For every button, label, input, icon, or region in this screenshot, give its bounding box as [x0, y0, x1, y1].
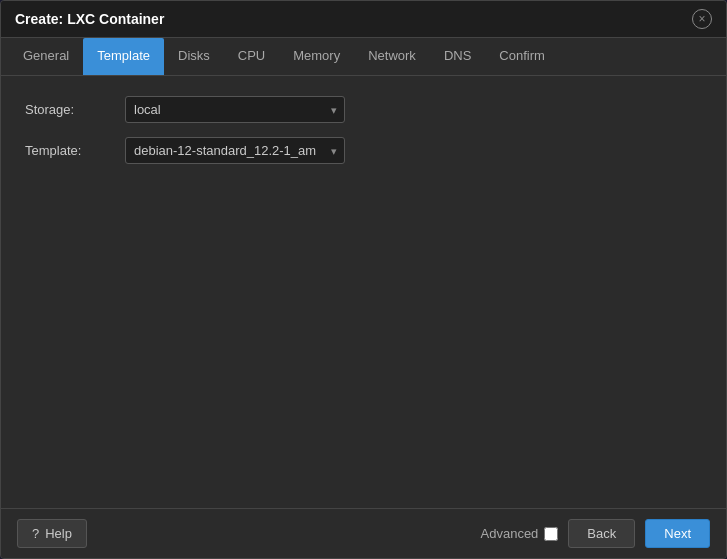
tab-cpu[interactable]: CPU — [224, 38, 279, 75]
storage-row: Storage: local — [25, 96, 702, 123]
template-label: Template: — [25, 143, 125, 158]
template-select[interactable]: debian-12-standard_12.2-1_amd6 — [125, 137, 345, 164]
dialog-header: Create: LXC Container × — [1, 1, 726, 38]
advanced-text: Advanced — [481, 526, 539, 541]
dialog-title: Create: LXC Container — [15, 11, 164, 27]
advanced-label: Advanced — [481, 526, 559, 541]
help-icon: ? — [32, 526, 39, 541]
storage-select[interactable]: local — [125, 96, 345, 123]
help-button[interactable]: ? Help — [17, 519, 87, 548]
back-button[interactable]: Back — [568, 519, 635, 548]
storage-select-wrapper: local — [125, 96, 345, 123]
close-button[interactable]: × — [692, 9, 712, 29]
next-button[interactable]: Next — [645, 519, 710, 548]
dialog-footer: ? Help Advanced Back Next — [1, 508, 726, 558]
tab-template[interactable]: Template — [83, 38, 164, 75]
tab-memory[interactable]: Memory — [279, 38, 354, 75]
template-row: Template: debian-12-standard_12.2-1_amd6 — [25, 137, 702, 164]
tab-disks[interactable]: Disks — [164, 38, 224, 75]
advanced-checkbox[interactable] — [544, 527, 558, 541]
tab-bar: General Template Disks CPU Memory Networ… — [1, 38, 726, 76]
tab-general[interactable]: General — [9, 38, 83, 75]
footer-right: Advanced Back Next — [481, 519, 710, 548]
create-lxc-dialog: Create: LXC Container × General Template… — [0, 0, 727, 559]
template-select-wrapper: debian-12-standard_12.2-1_amd6 — [125, 137, 345, 164]
help-label: Help — [45, 526, 72, 541]
tab-dns[interactable]: DNS — [430, 38, 485, 75]
tab-network[interactable]: Network — [354, 38, 430, 75]
tab-content: Storage: local Template: debian-12-stand… — [1, 76, 726, 508]
storage-label: Storage: — [25, 102, 125, 117]
tab-confirm[interactable]: Confirm — [485, 38, 559, 75]
